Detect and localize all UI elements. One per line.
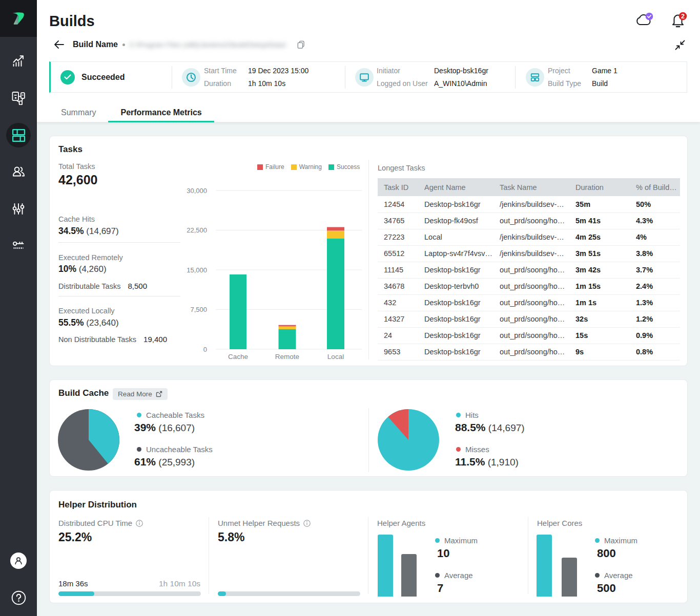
svg-text:0: 0	[203, 346, 207, 353]
svg-text:7,500: 7,500	[190, 306, 207, 313]
svg-text:30,000: 30,000	[187, 187, 207, 195]
svg-text:22,500: 22,500	[187, 226, 207, 234]
svg-text:2: 2	[681, 13, 685, 20]
svg-text:Cache: Cache	[228, 353, 248, 360]
svg-text:Remote: Remote	[275, 353, 299, 360]
svg-text:15,000: 15,000	[187, 266, 207, 274]
svg-text:Local: Local	[327, 353, 344, 360]
